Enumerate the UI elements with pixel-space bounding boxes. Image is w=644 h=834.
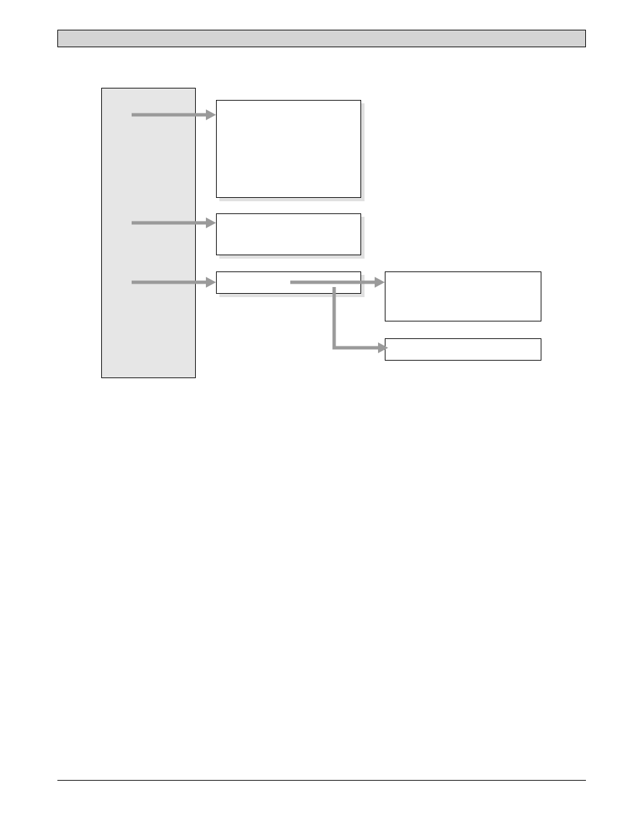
svg-marker-5 xyxy=(206,277,216,288)
svg-marker-1 xyxy=(206,109,216,120)
box-1 xyxy=(216,100,361,198)
svg-marker-8 xyxy=(378,342,388,353)
arrow-sidebar-to-box1 xyxy=(132,108,219,122)
arrow-box3-to-box5 xyxy=(331,284,392,355)
box-4 xyxy=(385,271,541,321)
diagram-page xyxy=(0,0,644,834)
box-2 xyxy=(216,213,361,255)
arrow-sidebar-to-box2 xyxy=(132,216,219,230)
svg-marker-3 xyxy=(206,217,216,228)
footer-rule xyxy=(57,780,586,781)
arrow-sidebar-to-box3 xyxy=(132,276,219,289)
box-5 xyxy=(385,338,541,361)
sidebar-column xyxy=(101,88,196,378)
header-bar xyxy=(57,30,586,47)
